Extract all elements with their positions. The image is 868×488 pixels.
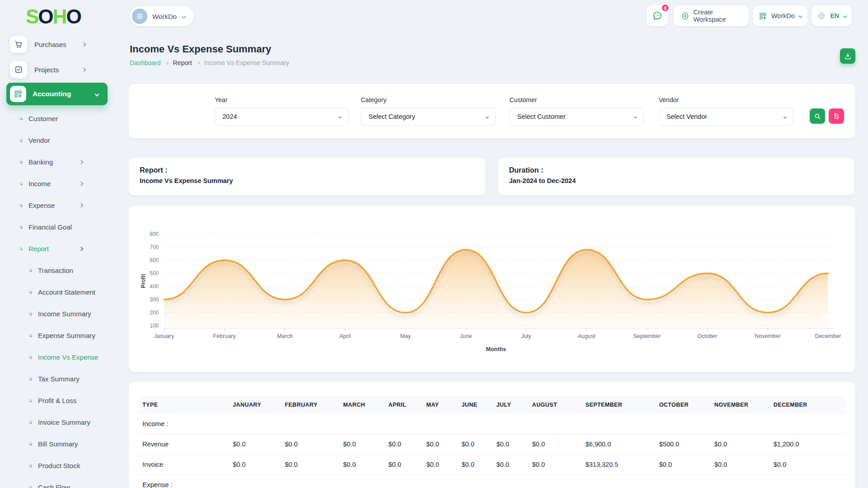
value-cell: $1,200.0 bbox=[769, 434, 846, 454]
customer-select[interactable]: Select Customer bbox=[509, 108, 644, 126]
app-menu-button[interactable]: WorkDo bbox=[753, 5, 807, 26]
sidebar-item-label: Expense Summary bbox=[38, 332, 95, 339]
chevron-down-icon bbox=[95, 92, 99, 96]
sidebar-item-expense[interactable]: Expense bbox=[0, 194, 111, 216]
value-cell: $0.0 bbox=[492, 434, 528, 454]
x-tick-label: September bbox=[633, 333, 660, 339]
chevron-right-icon bbox=[79, 246, 84, 251]
value-cell: $0.0 bbox=[528, 454, 581, 474]
sidebar-item-account-statement[interactable]: Account Statement bbox=[0, 281, 111, 303]
sidebar-item-banking[interactable]: Banking bbox=[0, 151, 111, 173]
vendor-select-value: Select Vendor bbox=[666, 113, 707, 120]
x-tick-label: October bbox=[697, 333, 717, 339]
category-filter-label: Category bbox=[361, 96, 387, 103]
sidebar-item-income-summary[interactable]: Income Summary bbox=[0, 303, 111, 324]
file-slash-icon bbox=[833, 113, 840, 120]
column-header-may: MAY bbox=[422, 396, 457, 413]
year-select[interactable]: 2024 bbox=[215, 108, 349, 126]
language-selector[interactable]: EN bbox=[812, 5, 852, 26]
sidebar-item-profit-loss[interactable]: Profit & Loss bbox=[0, 389, 111, 411]
duration-card-title: Duration : bbox=[509, 166, 843, 174]
value-cell: $0.0 bbox=[384, 434, 422, 454]
create-workspace-button[interactable]: Create Workspace bbox=[674, 5, 749, 26]
breadcrumb-dashboard[interactable]: Dashboard bbox=[130, 59, 161, 66]
bullet-icon bbox=[28, 290, 33, 294]
sidebar-item-invoice-summary[interactable]: Invoice Summary bbox=[0, 411, 111, 433]
globe-icon bbox=[817, 11, 826, 20]
sidebar-item-label: Customer bbox=[28, 115, 58, 122]
bullet-icon bbox=[19, 203, 24, 207]
bullet-icon bbox=[28, 311, 33, 316]
value-cell: $0.0 bbox=[492, 454, 528, 474]
x-tick-label: August bbox=[578, 333, 595, 339]
reset-filter-button[interactable] bbox=[829, 108, 844, 124]
sidebar-item-label: Tax Summary bbox=[38, 375, 80, 383]
filter-card: Year 2024 Category Select Category Custo… bbox=[129, 84, 855, 138]
sidebar-item-report[interactable]: Report bbox=[0, 238, 111, 259]
sidebar-item-expense-summary[interactable]: Expense Summary bbox=[0, 324, 111, 346]
bullet-icon bbox=[28, 268, 33, 272]
chevron-right-icon bbox=[79, 181, 84, 186]
sidebar-item-bill-summary[interactable]: Bill Summary bbox=[0, 433, 111, 455]
accounting-submenu: CustomerVendorBankingIncomeExpenseFinanc… bbox=[0, 108, 111, 488]
logo-letter: O bbox=[66, 5, 80, 28]
sidebar-item-tax-summary[interactable]: Tax Summary bbox=[0, 368, 111, 389]
sidebar-item-projects[interactable]: Projects bbox=[0, 59, 111, 80]
search-button[interactable] bbox=[810, 108, 825, 124]
chevron-right-icon bbox=[79, 203, 84, 207]
sidebar-item-label: Purchases bbox=[34, 41, 66, 48]
sidebar-item-label: Income Summary bbox=[38, 310, 91, 318]
y-tick-label: 600 bbox=[150, 257, 159, 263]
messages-button[interactable]: 0 bbox=[646, 5, 668, 26]
y-tick-label: 200 bbox=[150, 310, 159, 316]
customer-select-value: Select Customer bbox=[517, 113, 566, 120]
sidebar-item-financial-goal[interactable]: Financial Goal bbox=[0, 216, 111, 238]
value-cell: $0.0 bbox=[228, 454, 280, 474]
chevron-right-icon bbox=[165, 61, 168, 64]
page-title: Income Vs Expense Summary bbox=[130, 43, 271, 55]
logo-letter: H bbox=[53, 5, 66, 28]
circle-plus-icon bbox=[681, 11, 689, 21]
column-header-february: FEBRUARY bbox=[280, 396, 339, 413]
sidebar-item-accounting-active[interactable]: Accounting bbox=[6, 83, 108, 105]
column-header-march: MARCH bbox=[339, 396, 384, 413]
sidebar-item-product-stock[interactable]: Product Stock bbox=[0, 455, 111, 476]
bullet-icon bbox=[19, 160, 24, 164]
value-cell: $0.0 bbox=[710, 454, 769, 474]
column-header-september: SEPTEMBER bbox=[581, 396, 655, 413]
column-header-october: OCTOBER bbox=[655, 396, 710, 413]
sidebar-item-label: Accounting bbox=[33, 90, 71, 98]
category-select-value: Select Category bbox=[368, 113, 415, 120]
x-tick-label: July bbox=[521, 333, 532, 339]
workspace-switcher[interactable]: WorkDo bbox=[130, 6, 193, 26]
customer-filter-label: Customer bbox=[509, 96, 537, 103]
sidebar-item-cash-flow[interactable]: Cash Flow bbox=[0, 476, 111, 488]
profit-area-chart: 100200300400500600700800JanuaryFebruaryM… bbox=[129, 206, 855, 372]
download-report-button[interactable] bbox=[840, 48, 855, 64]
vendor-select[interactable]: Select Vendor bbox=[659, 108, 793, 126]
tasks-icon bbox=[10, 61, 27, 78]
grid-plus-icon bbox=[759, 12, 767, 20]
x-tick-label: June bbox=[460, 333, 472, 339]
value-cell: $0.0 bbox=[655, 454, 710, 474]
column-header-april: APRIL bbox=[384, 396, 422, 413]
sidebar-item-income-vs-expense[interactable]: Income Vs Expense bbox=[0, 346, 111, 368]
chevron-down-icon bbox=[634, 115, 637, 118]
app-menu-label: WorkDo bbox=[771, 12, 795, 19]
value-cell: $0.0 bbox=[422, 434, 457, 454]
category-select[interactable]: Select Category bbox=[361, 108, 495, 126]
value-cell: $0.0 bbox=[422, 454, 457, 474]
sidebar-item-purchases[interactable]: Purchases bbox=[0, 33, 111, 55]
bullet-icon bbox=[19, 246, 24, 251]
chevron-right-icon bbox=[82, 42, 86, 47]
sidebar-item-customer[interactable]: Customer bbox=[0, 108, 111, 129]
y-tick-label: 800 bbox=[150, 231, 159, 237]
sidebar-item-vendor[interactable]: Vendor bbox=[0, 129, 111, 151]
sidebar-item-transaction[interactable]: Transaction bbox=[0, 259, 111, 281]
soho-logo[interactable]: SOHO bbox=[26, 5, 81, 28]
breadcrumb-report[interactable]: Report bbox=[173, 59, 192, 66]
value-cell: $0.0 bbox=[710, 434, 769, 454]
bullet-icon bbox=[19, 181, 24, 186]
bullet-icon bbox=[19, 116, 24, 121]
sidebar-item-income[interactable]: Income bbox=[0, 173, 111, 194]
